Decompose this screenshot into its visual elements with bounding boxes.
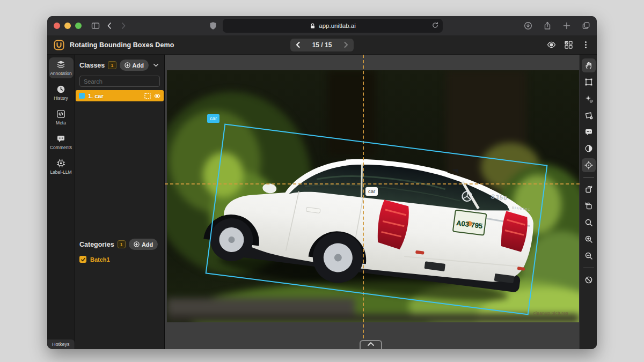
rotate-ccw-icon [584,202,593,210]
unitlab-logo [54,40,64,50]
class-item-car[interactable]: 1. car [76,90,164,101]
maximize-window-button[interactable] [75,23,82,29]
minimize-window-button[interactable] [64,23,71,29]
sidebar-item-meta[interactable]: Meta [49,107,74,128]
add-category-button[interactable]: Add [129,239,158,250]
forward-icon[interactable] [119,21,128,30]
share-icon[interactable] [543,21,552,30]
category-item-label: Batch1 [90,256,110,263]
transform-tool-button[interactable] [582,158,596,172]
sidebar-item-history[interactable]: History [49,82,74,103]
chevron-up-icon [367,341,375,348]
sidebar-item-label: Label-LLM [50,169,71,175]
app-header: Rotating Bounding Boxes Demo 15 / 15 [47,35,597,55]
pagination-count: 15 / 15 [312,41,332,49]
browser-chrome: app.unitlab.ai [47,16,597,35]
hover-class-tag: car [365,187,378,196]
classes-collapse-chevron-icon[interactable] [152,61,160,70]
add-class-label: Add [133,62,144,69]
url-text: app.unitlab.ai [319,23,355,29]
back-icon[interactable] [105,21,114,30]
left-icon-sidebar: Annotation History Meta [47,55,75,349]
hand-icon [584,61,593,70]
search-icon [584,218,593,227]
add-class-button[interactable]: Add [120,60,149,71]
right-toolbar [580,55,597,349]
category-checkbox[interactable] [79,256,86,263]
sidebar-item-label: History [54,95,68,101]
rotated-bbox-icon [584,111,593,120]
privacy-shield-icon[interactable] [209,21,217,30]
bbox-tool-icon [584,78,593,86]
downloads-icon[interactable] [524,21,532,30]
lock-icon [310,23,316,29]
visibility-eye-icon[interactable] [547,40,556,49]
classes-title: Classes [79,62,105,69]
class-search-input[interactable] [79,76,160,87]
categories-title: Categories [79,241,114,248]
plus-circle-icon [125,62,130,68]
comment-icon [584,128,593,136]
classes-categories-panel: Classes 1 Add [75,55,165,349]
zoom-in-icon [584,235,593,243]
clock-icon [56,85,65,94]
ban-icon [584,276,593,284]
bbox-shape-icon[interactable] [144,93,151,99]
class-color-swatch [79,93,85,99]
categories-count-badge: 1 [118,240,126,248]
app-body: Annotation History Meta [47,55,597,349]
chip-icon [56,159,65,168]
rotated-bbox-tool-button[interactable] [582,108,596,122]
kebab-menu-icon[interactable] [581,40,590,49]
browser-window: app.unitlab.ai [47,16,597,349]
add-category-label: Add [142,241,153,248]
cancel-tool-button[interactable] [582,273,596,287]
smart-select-icon [584,94,593,103]
plus-circle-icon [134,241,140,247]
zoom-out-icon [584,252,593,260]
transform-icon [584,161,593,169]
categories-section: Categories 1 Add [75,234,164,263]
next-image-icon[interactable] [342,41,349,48]
screenshot-stage: app.unitlab.ai [0,0,644,362]
smart-select-tool-button[interactable] [582,92,596,106]
class-visibility-eye-icon[interactable] [154,93,160,99]
zoom-out-button[interactable] [582,249,596,263]
photo-watermark: cleanup.pictures [533,311,568,316]
code-icon [56,109,65,119]
sidebar-toggle-icon[interactable] [91,21,100,30]
sidebar-item-label-llm[interactable]: Label-LLM [49,156,74,177]
sidebar-item-annotation[interactable]: Annotation [49,57,74,78]
rotate-cw-icon [584,185,593,194]
rotate-ccw-button[interactable] [582,199,596,213]
layout-grid-icon[interactable] [564,40,573,49]
sidebar-item-label: Comments [50,145,72,150]
classes-section: Classes 1 Add [75,55,164,101]
class-item-label: 1. car [88,93,141,99]
pan-tool-button[interactable] [582,58,596,72]
classes-count-badge: 1 [108,61,116,69]
annotation-canvas[interactable]: S350 BLUETEC A03 795 A03 795 [165,55,580,349]
sidebar-item-label: Meta [56,120,66,125]
toolbar-divider [583,268,594,268]
layers-icon [56,60,65,69]
new-tab-icon[interactable] [562,21,571,30]
close-window-button[interactable] [54,23,60,29]
rotate-cw-button[interactable] [582,182,596,196]
traffic-lights [54,23,82,29]
toolbar-divider [583,177,594,178]
tab-overview-icon[interactable] [582,21,590,30]
zoom-in-button[interactable] [582,232,596,246]
prev-image-icon[interactable] [295,41,302,48]
expand-bottom-panel-button[interactable] [360,340,382,349]
url-bar[interactable]: app.unitlab.ai [223,19,443,33]
reload-icon[interactable] [431,21,439,29]
category-item-batch1[interactable]: Batch1 [79,256,160,263]
hotkeys-button[interactable]: Hotkeys [47,339,75,349]
contrast-tool-button[interactable] [582,142,596,156]
comment-tool-button[interactable] [582,125,596,139]
sidebar-item-label: Annotation [50,71,72,76]
bbox-tool-button[interactable] [582,75,596,89]
sidebar-item-comments[interactable]: Comments [49,131,74,152]
zoom-search-button[interactable] [582,216,596,230]
